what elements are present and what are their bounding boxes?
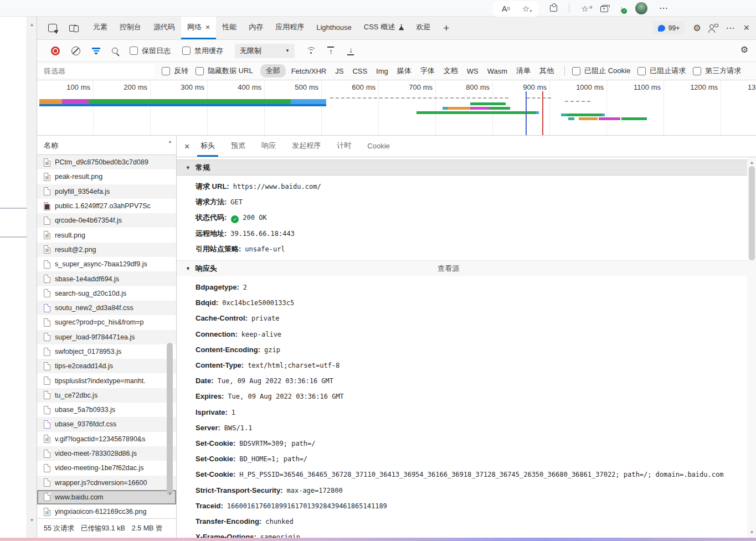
- request-row[interactable]: public.1.6249ff27.o3ahPPV7Sc: [37, 199, 176, 213]
- devtools-tab[interactable]: CSS 概述: [358, 17, 410, 39]
- request-row[interactable]: v.gif?logactid=1234567890&s: [37, 432, 176, 446]
- search-icon[interactable]: [112, 48, 118, 54]
- name-column-header[interactable]: 名称: [37, 136, 176, 155]
- settings-gear-icon[interactable]: ⚙: [693, 24, 701, 33]
- request-row[interactable]: sbase-1e4addf694.js: [37, 271, 176, 286]
- view-source-link[interactable]: 查看源: [438, 264, 459, 274]
- request-row[interactable]: tips-e2ceadd14d.js: [37, 359, 176, 373]
- request-row[interactable]: tipspluslist?indextype=manht.: [37, 373, 176, 388]
- detail-tab[interactable]: 预览: [228, 136, 249, 157]
- scroll-up-icon[interactable]: ▲: [166, 139, 174, 144]
- devtools-tab[interactable]: 欢迎: [410, 17, 436, 39]
- network-overview-timeline[interactable]: 100 ms200 ms300 ms400 ms500 ms600 ms700 …: [37, 80, 756, 136]
- devtools-tab[interactable]: 控制台: [114, 17, 147, 39]
- send-feedback-icon[interactable]: [709, 24, 717, 32]
- browser-menu-icon[interactable]: ⋯: [659, 4, 668, 13]
- request-row[interactable]: yingxiaoicon-612169cc36.png: [37, 504, 176, 518]
- resource-type-filter[interactable]: Img: [373, 65, 392, 77]
- resource-type-filter[interactable]: 文档: [440, 64, 461, 78]
- tab-close-icon[interactable]: [205, 23, 210, 32]
- resource-type-filter[interactable]: 全部: [260, 64, 286, 78]
- resource-type-filter[interactable]: JS: [332, 65, 347, 77]
- record-network-log-icon[interactable]: [51, 47, 60, 55]
- invert-checkbox[interactable]: [162, 67, 170, 75]
- resource-type-filter[interactable]: WS: [464, 65, 482, 77]
- resource-type-filter[interactable]: 其他: [536, 64, 557, 78]
- request-row[interactable]: ubase_5a7b0933.js: [37, 403, 176, 417]
- scroll-down-icon[interactable]: ▼: [747, 530, 756, 535]
- throttling-dropdown[interactable]: 无限制 ▼: [235, 44, 295, 58]
- blocked-cookies-checkbox[interactable]: [572, 67, 580, 75]
- devtools-tab[interactable]: 元素: [87, 17, 114, 39]
- request-row[interactable]: super_load-9f784471ea.js: [37, 330, 176, 344]
- add-favorite-icon[interactable]: ☆: [522, 4, 529, 13]
- request-list-scrollbar[interactable]: ▲ ▼: [166, 136, 174, 518]
- blocked-cookies-toggle[interactable]: 已阻止 Cookie: [572, 66, 630, 76]
- device-toolbar-icon[interactable]: [69, 25, 77, 32]
- inspect-element-icon[interactable]: [48, 24, 57, 32]
- resource-type-filter[interactable]: 媒体: [394, 64, 415, 78]
- invert-toggle[interactable]: 反转: [162, 66, 188, 76]
- hide-data-urls-checkbox[interactable]: [196, 67, 204, 75]
- feedback-count-badge[interactable]: 99+: [653, 22, 685, 35]
- third-party-checkbox[interactable]: [693, 67, 701, 75]
- blocked-requests-toggle[interactable]: 已阻止请求: [637, 66, 686, 76]
- request-row[interactable]: search-sug_d20c10d.js: [37, 286, 176, 301]
- devtools-tab[interactable]: 性能: [216, 17, 243, 39]
- close-devtools-icon[interactable]: ×: [743, 22, 749, 34]
- scroll-up-icon[interactable]: ▲: [747, 160, 756, 165]
- hide-data-urls-toggle[interactable]: 隐藏数据 URL: [196, 66, 253, 76]
- request-row[interactable]: ubase_9376fdcf.css: [37, 417, 176, 431]
- request-row[interactable]: result.png: [37, 228, 176, 242]
- devtools-tab[interactable]: 内存: [243, 17, 269, 39]
- filter-input[interactable]: [39, 64, 155, 78]
- resource-type-filter[interactable]: Fetch/XHR: [288, 65, 330, 77]
- request-row[interactable]: tu_ce72dbc.js: [37, 388, 176, 403]
- extensions-icon[interactable]: [550, 5, 557, 12]
- detail-tab[interactable]: 标头: [197, 136, 218, 157]
- resource-type-filter[interactable]: 清单: [513, 64, 534, 78]
- preserve-log-checkbox[interactable]: [130, 47, 138, 55]
- request-row[interactable]: polyfill_9354efa.js: [37, 184, 176, 199]
- detail-tab[interactable]: Cookie: [364, 136, 393, 157]
- page-scrollbar[interactable]: ▲ ▼: [27, 17, 37, 538]
- resource-type-filter[interactable]: Wasm: [484, 65, 511, 77]
- request-row[interactable]: wrapper.js?cdnversion=16600: [37, 476, 176, 490]
- filter-icon[interactable]: [92, 48, 100, 49]
- import-har-icon[interactable]: [327, 47, 335, 55]
- detail-scrollbar[interactable]: ▲ ▼: [747, 157, 756, 538]
- collections-icon[interactable]: +: [600, 6, 608, 12]
- scrollbar-thumb[interactable]: [749, 166, 755, 260]
- devtools-tab[interactable]: 网络: [181, 17, 216, 39]
- scroll-down-icon[interactable]: ▼: [166, 491, 174, 496]
- devtools-tab[interactable]: 源代码: [147, 17, 181, 39]
- request-row[interactable]: sugrec?prod=pc_his&from=p: [37, 315, 176, 329]
- detail-tab[interactable]: 响应: [258, 136, 279, 157]
- scroll-up-icon[interactable]: ▲: [27, 22, 37, 27]
- request-row[interactable]: peak-result.png: [37, 169, 176, 184]
- close-detail-icon[interactable]: ×: [184, 142, 189, 152]
- clear-network-log-icon[interactable]: [71, 47, 80, 55]
- network-settings-gear-icon[interactable]: ⚙: [740, 45, 748, 54]
- request-row[interactable]: soutu_new2_dd3a84f.css: [37, 301, 176, 315]
- downloads-icon[interactable]: ↓: [620, 4, 624, 13]
- request-row[interactable]: video-meeting-1be7f62dac.js: [37, 461, 176, 475]
- request-row[interactable]: qrcode-0e4b67354f.js: [37, 213, 176, 228]
- third-party-toggle[interactable]: 第三方请求: [693, 66, 741, 76]
- new-tab-button[interactable]: +: [436, 17, 456, 39]
- response-headers-section-header[interactable]: ▼ 响应头 查看源: [177, 260, 747, 276]
- request-row[interactable]: swfobject_0178953.js: [37, 344, 176, 359]
- request-row[interactable]: s_super_async-7baa129df9.js: [37, 257, 176, 271]
- profile-avatar[interactable]: [635, 2, 647, 14]
- read-aloud-icon[interactable]: A: [502, 5, 510, 13]
- network-conditions-icon[interactable]: [306, 49, 315, 55]
- resource-type-filter[interactable]: CSS: [349, 65, 371, 77]
- disable-cache-toggle[interactable]: 禁用缓存: [182, 46, 223, 56]
- detail-tab[interactable]: 发起程序: [289, 136, 324, 157]
- export-har-icon[interactable]: [347, 47, 355, 55]
- detail-tab[interactable]: 计时: [333, 136, 354, 157]
- request-row[interactable]: www.baidu.com: [37, 490, 176, 504]
- request-row[interactable]: result@2.png: [37, 243, 176, 257]
- resource-type-filter[interactable]: 字体: [417, 64, 438, 78]
- request-row[interactable]: video-meet-7833028d86.js: [37, 446, 176, 461]
